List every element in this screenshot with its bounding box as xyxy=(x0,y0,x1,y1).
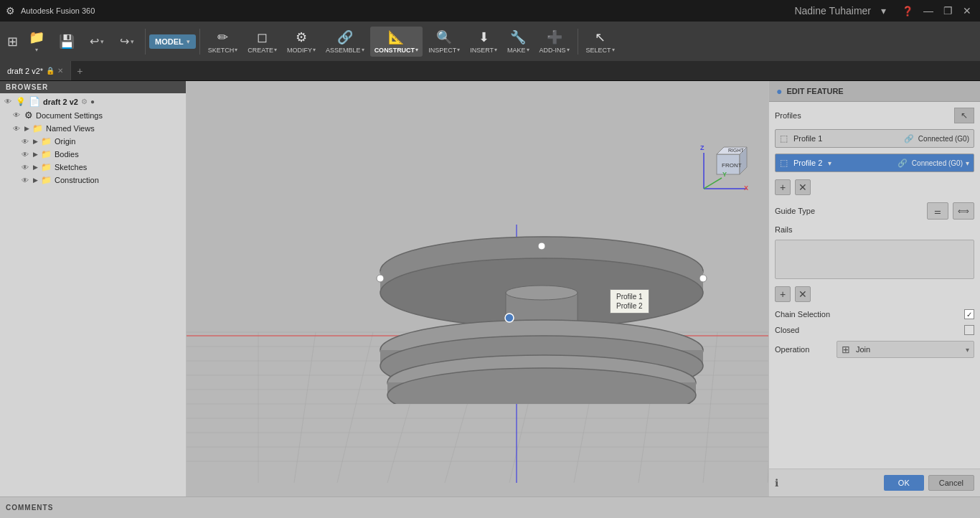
titlebar: ⚙ Autodesk Fusion 360 Nadine Tuhaimer ▾ … xyxy=(0,0,980,22)
profile2-left: ⬚ Profile 2 ▾ xyxy=(780,158,831,168)
close-button[interactable]: ✕ xyxy=(960,5,974,17)
restore-button[interactable]: ❐ xyxy=(941,5,956,17)
user-dropdown-icon[interactable]: ▾ xyxy=(878,5,889,17)
root-bulb-icon: 💡 xyxy=(16,97,26,106)
panel-footer: ℹ OK Cancel xyxy=(769,468,980,496)
profile-add-btn[interactable]: + xyxy=(775,179,791,195)
guide-icons: ⚌ ⟺ xyxy=(927,202,974,220)
model-dropdown-btn[interactable]: MODEL ▾ xyxy=(149,34,196,49)
rails-remove-btn[interactable]: ✕ xyxy=(795,286,811,302)
browser-item-origin[interactable]: 👁 ▶ 📁 Origin xyxy=(0,135,186,148)
profile1-status: Connected (G0) xyxy=(918,135,969,143)
create-icon: ◻ xyxy=(257,29,268,45)
user-name: Nadine Tuhaimer xyxy=(791,5,874,17)
construction-chevron[interactable]: ▶ xyxy=(33,176,38,184)
make-btn[interactable]: 🔧 MAKE ▾ xyxy=(503,27,534,57)
profile-remove-btn[interactable]: ✕ xyxy=(795,179,811,195)
construct-icon: 📐 xyxy=(388,29,404,45)
minimize-button[interactable]: — xyxy=(920,5,936,17)
info-icon[interactable]: ℹ xyxy=(775,477,778,489)
undo-btn[interactable]: ↩ ▾ xyxy=(83,32,111,51)
viewport[interactable]: Profile 1 Profile 2 FRONT RIGHT X Z xyxy=(187,81,768,496)
select-btn[interactable]: ↖ SELECT ▾ xyxy=(582,27,619,57)
modify-btn[interactable]: ⚙ MODIFY ▾ xyxy=(283,27,320,57)
assemble-arrow: ▾ xyxy=(362,47,364,53)
profile2-status-arrow[interactable]: ▾ xyxy=(966,159,969,167)
grid-icon[interactable]: ⊞ xyxy=(4,31,21,52)
file-arrow: ▾ xyxy=(35,47,38,53)
assemble-btn[interactable]: 🔗 ASSEMBLE ▾ xyxy=(321,27,369,57)
add-tab-btn[interactable]: + xyxy=(71,65,88,77)
save-btn[interactable]: 💾 xyxy=(52,31,81,52)
nav-cube[interactable]: FRONT RIGHT X Z Y xyxy=(697,138,754,196)
inspect-btn[interactable]: 🔍 INSPECT ▾ xyxy=(424,27,464,57)
addins-btn[interactable]: ➕ ADD-INS ▾ xyxy=(535,27,574,57)
rails-add-btn[interactable]: + xyxy=(775,286,791,302)
cancel-button[interactable]: Cancel xyxy=(928,475,974,491)
profile2-dropdown-arrow[interactable]: ▾ xyxy=(828,159,831,167)
profile2-row[interactable]: ⬚ Profile 2 ▾ 🔗 Connected (G0) ▾ xyxy=(775,154,974,172)
bodies-chevron[interactable]: ▶ xyxy=(33,151,38,158)
named-views-chevron[interactable]: ▶ xyxy=(24,125,29,132)
svg-text:X: X xyxy=(744,184,748,192)
named-views-folder-icon: 📁 xyxy=(32,123,43,133)
named-views-eye[interactable]: 👁 xyxy=(13,125,22,133)
construction-eye[interactable]: 👁 xyxy=(22,176,30,184)
profiles-select-btn[interactable]: ↖ xyxy=(954,108,974,123)
sketch-btn[interactable]: ✏ SKETCH ▾ xyxy=(204,27,242,57)
select-arrow: ▾ xyxy=(612,47,615,53)
browser-item-named-views[interactable]: 👁 ▶ 📁 Named Views xyxy=(0,122,186,135)
closed-checkbox[interactable] xyxy=(964,325,974,335)
guide-icon-btn2[interactable]: ⟺ xyxy=(953,202,974,220)
browser-item-sketches[interactable]: 👁 ▶ 📁 Sketches xyxy=(0,161,186,174)
toolbar: ⊞ 📁 ▾ 💾 ↩ ▾ ↪ ▾ MODEL ▾ ✏ SKETCH ▾ ◻ CRE… xyxy=(0,22,980,61)
active-tab[interactable]: draft 2 v2* 🔒 ✕ xyxy=(0,61,71,80)
root-eye-icon[interactable]: 👁 xyxy=(4,98,13,105)
sketches-chevron[interactable]: ▶ xyxy=(33,164,38,171)
svg-point-29 xyxy=(506,286,578,300)
browser-item-doc-settings[interactable]: 👁 ⚙ Document Settings xyxy=(0,108,186,122)
profile2-tooltip-label: Profile 2 xyxy=(616,302,643,310)
sketches-label: Sketches xyxy=(55,163,87,171)
ok-button[interactable]: OK xyxy=(884,475,924,491)
operation-dropdown-arrow[interactable]: ▾ xyxy=(966,346,969,354)
sidebar-header: BROWSER xyxy=(0,81,186,93)
root-label: draft 2 v2 xyxy=(43,98,78,106)
undo-dropdown[interactable]: ▾ xyxy=(100,38,104,45)
root-dot-icon: ● xyxy=(90,98,95,105)
app-icon: ⚙ xyxy=(6,5,15,17)
guide-type-row: Guide Type ⚌ ⟺ xyxy=(775,202,974,220)
profiles-cursor-icon: ↖ xyxy=(961,110,968,121)
file-menu-btn[interactable]: 📁 ▾ xyxy=(22,27,51,56)
svg-line-50 xyxy=(704,178,722,189)
chain-selection-checkbox[interactable]: ✓ xyxy=(964,309,974,319)
operation-select[interactable]: ⊞ Join ▾ xyxy=(837,341,974,358)
rails-area[interactable] xyxy=(775,240,974,279)
closed-row: Closed xyxy=(775,325,974,335)
panel-header: ● EDIT FEATURE xyxy=(769,81,980,102)
origin-eye[interactable]: 👁 xyxy=(22,138,30,146)
browser-item-bodies[interactable]: 👁 ▶ 📁 Bodies xyxy=(0,148,186,161)
operation-row: Operation ⊞ Join ▾ xyxy=(775,341,974,358)
construct-btn[interactable]: 📐 CONSTRUCT ▾ xyxy=(370,27,423,57)
redo-dropdown[interactable]: ▾ xyxy=(131,38,134,45)
sketches-eye[interactable]: 👁 xyxy=(22,164,30,171)
profile1-row[interactable]: ⬚ Profile 1 🔗 Connected (G0) xyxy=(775,129,974,148)
bodies-folder-icon: 📁 xyxy=(41,149,52,159)
inspect-icon: 🔍 xyxy=(436,29,452,45)
svg-text:FRONT: FRONT xyxy=(722,162,742,169)
origin-label: Origin xyxy=(55,137,75,146)
tab-close-btn[interactable]: ✕ xyxy=(57,67,63,75)
guide-icon-btn1[interactable]: ⚌ xyxy=(927,202,948,220)
insert-btn[interactable]: ⬇ INSERT ▾ xyxy=(466,27,501,57)
browser-item-root[interactable]: 👁 💡 📄 draft 2 v2 ⚙ ● xyxy=(0,95,186,108)
undo-icon: ↩ xyxy=(90,34,99,48)
redo-btn[interactable]: ↪ ▾ xyxy=(113,32,141,51)
browser-item-construction[interactable]: 👁 ▶ 📁 Construction xyxy=(0,174,186,187)
origin-chevron[interactable]: ▶ xyxy=(33,138,38,145)
bodies-eye[interactable]: 👁 xyxy=(22,151,30,159)
help-icon[interactable]: ❓ xyxy=(899,6,916,17)
create-btn[interactable]: ◻ CREATE ▾ xyxy=(243,27,281,57)
doc-settings-eye[interactable]: 👁 xyxy=(13,111,22,119)
root-doc-icon: 📄 xyxy=(29,96,40,107)
